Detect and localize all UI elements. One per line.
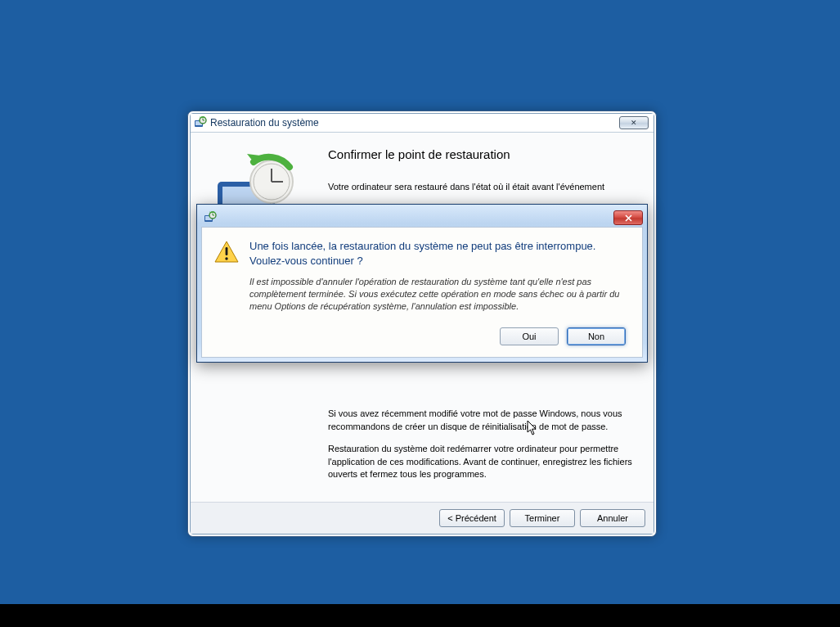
dialog-title-bar[interactable] — [201, 209, 643, 227]
wizard-intro-text: Votre ordinateur sera restauré dans l'ét… — [328, 181, 632, 193]
dialog-content: Une fois lancée, la restauration du syst… — [213, 239, 626, 313]
warning-icon — [213, 239, 240, 265]
wizard-title-bar[interactable]: Restauration du système ✕ — [191, 114, 654, 133]
wizard-password-note: Si vous avez récemment modifié votre mot… — [328, 408, 632, 433]
back-button[interactable]: < Précédent — [439, 509, 505, 527]
dialog-close-button[interactable] — [613, 210, 643, 225]
dialog-body: Une fois lancée, la restauration du syst… — [201, 227, 643, 358]
wizard-button-row: < Précédent Terminer Annuler — [191, 502, 654, 534]
system-restore-icon — [194, 116, 207, 129]
close-glyph: ✕ — [631, 114, 638, 132]
wizard-restart-note: Restauration du système doit redémarrer … — [328, 443, 632, 480]
svg-rect-13 — [226, 247, 228, 255]
svg-point-14 — [225, 257, 227, 259]
system-restore-icon — [204, 211, 217, 224]
cancel-button[interactable]: Annuler — [580, 509, 645, 527]
dialog-button-row: Oui Non — [213, 327, 626, 345]
task-bar[interactable] — [0, 604, 840, 627]
wizard-close-button[interactable]: ✕ — [619, 116, 649, 129]
dialog-text-block: Une fois lancée, la restauration du syst… — [249, 239, 626, 313]
wizard-title: Restauration du système — [210, 114, 319, 132]
wizard-heading: Confirmer le point de restauration — [328, 147, 632, 161]
dialog-heading: Une fois lancée, la restauration du syst… — [249, 239, 626, 268]
dialog-body-text: Il est impossible d'annuler l'opération … — [249, 276, 626, 313]
no-button[interactable]: Non — [567, 327, 626, 345]
yes-button[interactable]: Oui — [500, 327, 559, 345]
finish-button[interactable]: Terminer — [510, 509, 575, 527]
confirm-dialog: Une fois lancée, la restauration du syst… — [196, 204, 648, 363]
